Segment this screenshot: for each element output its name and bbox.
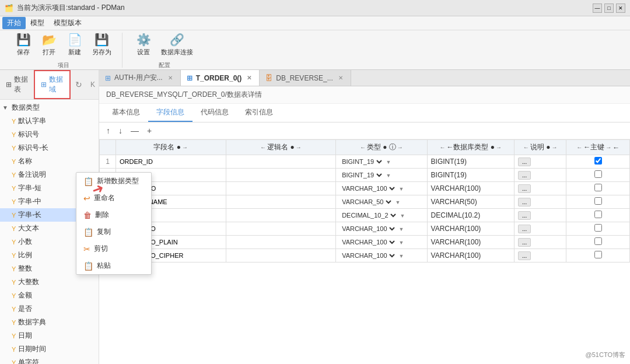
cell-logicname[interactable] — [226, 222, 336, 236]
list-item[interactable]: Y 日期时间 — [0, 342, 99, 356]
comment-edit-button[interactable]: ... — [518, 251, 531, 260]
close-button[interactable]: ✕ — [616, 4, 625, 13]
minimize-button[interactable]: — — [593, 4, 602, 13]
type-select[interactable]: VARCHAR_100 — [340, 238, 397, 246]
restore-button[interactable]: □ — [604, 4, 614, 13]
cell-primarykey[interactable] — [566, 236, 630, 249]
saveas-button[interactable]: 💾 另存为 — [89, 30, 115, 59]
cell-dbtype[interactable]: VARCHAR(50) — [427, 195, 514, 209]
cell-dbtype[interactable]: VARCHAR(100) — [427, 222, 514, 236]
comment-edit-button[interactable]: ... — [518, 184, 531, 193]
tab-datatable[interactable]: ⊞ 数据表 — [0, 70, 34, 99]
cell-type[interactable]: VARCHAR_100 ▼ — [336, 236, 427, 249]
tab-dbreverse[interactable]: 🗄 DB_REVERSE_... ✕ — [260, 70, 351, 86]
comment-edit-button[interactable]: ... — [518, 225, 531, 233]
primarykey-checkbox[interactable] — [594, 157, 602, 164]
tab-auth[interactable]: ⊞ AUTH-用户安... ✕ — [99, 70, 181, 86]
comment-edit-button[interactable]: ... — [518, 238, 531, 247]
th-logicname-arrow-left[interactable]: ← — [260, 144, 266, 150]
list-item[interactable]: Y 单字符 — [0, 356, 99, 364]
tab-torder[interactable]: ⊞ T_ORDER_0() ✕ — [181, 70, 260, 86]
type-select[interactable]: VARCHAR_100 — [340, 225, 397, 233]
th-pk-arrow-left[interactable]: ← — [576, 144, 582, 150]
ctx-delete[interactable]: 🗑 删除 — [76, 206, 151, 223]
cell-comment[interactable]: ... — [514, 249, 566, 262]
tab-auth-close[interactable]: ✕ — [166, 74, 174, 82]
primarykey-checkbox[interactable] — [594, 211, 602, 218]
th-type-arrow-right[interactable]: → — [397, 144, 403, 150]
cell-dbtype[interactable]: DECIMAL(10.2) — [427, 209, 514, 222]
list-item[interactable]: Y 默认字串 — [0, 114, 99, 128]
add-button[interactable]: + — [145, 125, 154, 136]
ctx-cut[interactable]: ✂ 剪切 — [76, 240, 151, 257]
cell-logicname[interactable] — [226, 236, 336, 249]
menu-model[interactable]: 模型 — [26, 17, 49, 29]
cell-type[interactable]: VARCHAR_100 ▼ — [336, 182, 427, 195]
cell-primarykey[interactable] — [566, 222, 630, 236]
cell-type[interactable]: DECIMAL_10_2 ▼ — [336, 209, 427, 222]
list-item[interactable]: Y 数据字典 — [0, 316, 99, 329]
list-item[interactable]: Y 标识号 — [0, 128, 99, 141]
primarykey-checkbox[interactable] — [594, 170, 602, 178]
cell-logicname[interactable] — [226, 249, 336, 262]
primarykey-checkbox[interactable] — [594, 184, 602, 191]
sub-tab-fields[interactable]: 字段信息 — [148, 104, 192, 122]
sub-tab-basic[interactable]: 基本信息 — [104, 104, 148, 122]
cell-primarykey[interactable] — [566, 195, 630, 209]
th-comment-arrow-left[interactable]: ← — [523, 144, 529, 150]
list-item[interactable]: Y 是否 — [0, 302, 99, 316]
cell-logicname[interactable] — [226, 155, 336, 169]
ctx-copy[interactable]: 📋 复制 — [76, 223, 151, 240]
cell-comment[interactable]: ... — [514, 169, 566, 182]
type-select[interactable]: BIGINT_19 — [340, 171, 384, 179]
cell-logicname[interactable] — [226, 169, 336, 182]
cell-primarykey[interactable] — [566, 249, 630, 262]
cell-type[interactable]: BIGINT_19 ▼ — [336, 169, 427, 182]
cell-type[interactable]: VARCHAR_100 ▼ — [336, 222, 427, 236]
th-dbtype-arrow-right[interactable]: → — [496, 144, 502, 150]
save-button[interactable]: 💾 保存 — [12, 30, 35, 59]
primarykey-checkbox[interactable] — [594, 237, 602, 245]
open-button[interactable]: 📂 打开 — [37, 30, 61, 59]
cell-comment[interactable]: ... — [514, 155, 566, 169]
tab-torder-close[interactable]: ✕ — [245, 74, 253, 82]
tab-dbreverse-close[interactable]: ✕ — [337, 74, 345, 82]
primarykey-checkbox[interactable] — [594, 224, 602, 232]
cell-primarykey[interactable] — [566, 155, 630, 169]
list-item[interactable]: Y 金额 — [0, 289, 99, 302]
list-item[interactable]: Y 标识号-长 — [0, 141, 99, 155]
cell-dbtype[interactable]: BIGINT(19) — [427, 155, 514, 169]
type-select[interactable]: VARCHAR_100 — [340, 184, 397, 192]
cell-type[interactable]: VARCHAR_100 ▼ — [336, 249, 427, 262]
sub-tab-code[interactable]: 代码信息 — [192, 104, 237, 122]
cell-comment[interactable]: ... — [514, 209, 566, 222]
th-comment-arrow-right[interactable]: → — [551, 144, 557, 150]
cell-dbtype[interactable]: VARCHAR(100) — [427, 182, 514, 195]
comment-edit-button[interactable]: ... — [518, 171, 531, 180]
ctx-rename[interactable]: ↩ 重命名 — [76, 190, 151, 206]
cell-dbtype[interactable]: VARCHAR(100) — [427, 249, 514, 262]
refresh-button[interactable]: ↻ — [71, 70, 87, 99]
comment-edit-button[interactable]: ... — [518, 211, 531, 220]
cell-comment[interactable]: ... — [514, 222, 566, 236]
type-select[interactable]: BIGINT_19 — [340, 158, 384, 166]
type-select[interactable]: VARCHAR_100 — [340, 251, 397, 260]
comment-edit-button[interactable]: ... — [518, 198, 531, 206]
cell-comment[interactable]: ... — [514, 236, 566, 249]
type-select[interactable]: DECIMAL_10_2 — [340, 211, 398, 219]
cell-primarykey[interactable] — [566, 182, 630, 195]
cell-type[interactable]: BIGINT_19 ▼ — [336, 155, 427, 169]
menu-start[interactable]: 开始 — [2, 17, 26, 29]
tree-section-datatypes[interactable]: ▼ 数据类型 — [0, 101, 99, 114]
move-down-button[interactable]: ↓ — [116, 125, 125, 136]
list-item[interactable]: Y 大整数 — [0, 275, 99, 289]
cell-dbtype[interactable]: BIGINT(19) — [427, 169, 514, 182]
ctx-paste[interactable]: 📋 粘贴 — [76, 257, 151, 274]
cell-dbtype[interactable]: VARCHAR(100) — [427, 236, 514, 249]
th-type-arrow-left[interactable]: ← — [360, 144, 366, 150]
ctx-add[interactable]: 📋 新增数据类型 — [76, 173, 151, 190]
remove-button[interactable]: — — [128, 125, 141, 136]
cell-comment[interactable]: ... — [514, 195, 566, 209]
th-logicname-arrow-right[interactable]: → — [296, 144, 302, 150]
th-fieldname-arrow-right[interactable]: → — [182, 144, 188, 150]
